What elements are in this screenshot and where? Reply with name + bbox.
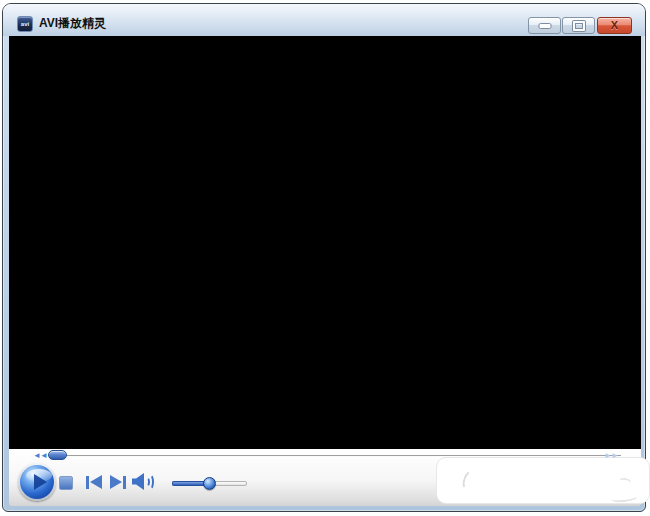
- speaker-wave-large-icon: [146, 474, 154, 490]
- avi-app-icon: avi: [17, 16, 33, 32]
- speaker-icon: [132, 473, 144, 490]
- watermark-remnant: [460, 468, 481, 494]
- seek-rewind-icon[interactable]: ◄◄: [33, 451, 47, 461]
- watermark-remnant: [618, 477, 631, 487]
- player-window: avi AVI播放精灵 X ◄◄ ►►: [2, 3, 646, 512]
- avi-app-icon-text: avi: [21, 21, 29, 27]
- seek-forward-icon[interactable]: ►►: [604, 451, 618, 461]
- maximize-icon: [573, 21, 585, 31]
- volume-thumb[interactable]: [203, 477, 216, 490]
- minimize-icon: [538, 23, 551, 29]
- title-bar[interactable]: avi AVI播放精灵 X: [3, 4, 645, 36]
- play-icon: [34, 474, 47, 490]
- watermark-cover: [436, 457, 650, 504]
- minimize-button[interactable]: [528, 17, 561, 34]
- seek-thumb[interactable]: [48, 450, 67, 460]
- window-title: AVI播放精灵: [39, 15, 106, 32]
- close-button[interactable]: X: [597, 17, 632, 34]
- screenshot-stage: avi AVI播放精灵 X ◄◄ ►►: [0, 0, 650, 516]
- play-button-face: [20, 465, 54, 499]
- maximize-button[interactable]: [562, 17, 595, 34]
- next-button[interactable]: [110, 475, 127, 490]
- close-icon: X: [598, 18, 631, 33]
- previous-icon-triangle: [90, 475, 102, 489]
- watermark-remnant: [611, 493, 638, 504]
- video-display-area: [9, 36, 641, 449]
- previous-icon: [86, 476, 89, 489]
- mute-button[interactable]: [132, 472, 154, 491]
- play-button[interactable]: [18, 463, 56, 501]
- next-icon: [123, 476, 126, 489]
- previous-button[interactable]: [86, 475, 103, 490]
- stop-button[interactable]: [59, 476, 73, 490]
- next-icon-triangle: [110, 475, 122, 489]
